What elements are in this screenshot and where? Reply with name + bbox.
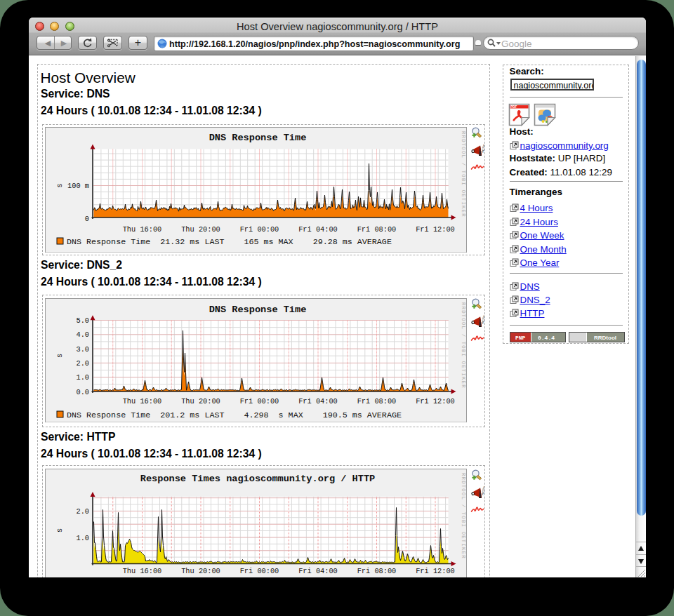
- svg-text:Thu 20:00: Thu 20:00: [181, 397, 220, 406]
- svg-text:1.0: 1.0: [76, 534, 89, 542]
- svg-text:RRDTOOL / TOBI OETIKER: RRDTOOL / TOBI OETIKER: [461, 473, 466, 559]
- svg-text:s: s: [55, 183, 64, 187]
- svg-text:Fri 12:00: Fri 12:00: [416, 567, 455, 575]
- svg-text:Fri 00:00: Fri 00:00: [239, 567, 279, 575]
- svg-text:Thu 20:00: Thu 20:00: [181, 567, 220, 575]
- svg-text:0.0: 0.0: [76, 387, 89, 396]
- svg-text:RRDtool: RRDtool: [594, 334, 616, 340]
- svg-text:ACTION: ACTION: [480, 486, 484, 495]
- svg-text:DNS Response Time: DNS Response Time: [209, 304, 306, 315]
- svg-text:2.0: 2.0: [76, 507, 89, 516]
- svg-text:Fri 00:00: Fri 00:00: [239, 225, 279, 233]
- svg-text:Fri 04:00: Fri 04:00: [298, 397, 338, 406]
- svg-text:RRDTOOL / TOBI OETIKER: RRDTOOL / TOBI OETIKER: [461, 131, 466, 217]
- svg-text:Fri 12:00: Fri 12:00: [416, 397, 455, 406]
- svg-text:Fri 04:00: Fri 04:00: [298, 567, 338, 575]
- svg-text:s: s: [55, 528, 64, 533]
- svg-text:Fri 08:00: Fri 08:00: [357, 397, 396, 406]
- svg-text:s: s: [55, 353, 64, 357]
- svg-text:ACTION: ACTION: [480, 315, 484, 324]
- svg-text:3.0: 3.0: [76, 344, 89, 353]
- svg-text:DNS Response Time 201.2 ms LA: DNS Response Time 201.2 ms LAST 4.298 s …: [67, 410, 402, 420]
- svg-text:0.4.4: 0.4.4: [538, 334, 555, 340]
- svg-text:RRDTOOL / TOBI OETIKER: RRDTOOL / TOBI OETIKER: [461, 302, 466, 389]
- svg-text:Fri 08:00: Fri 08:00: [357, 567, 396, 575]
- svg-text:PNP: PNP: [515, 334, 526, 340]
- svg-text:Thu 16:00: Thu 16:00: [122, 567, 161, 575]
- svg-text:Response Times nagioscommunity: Response Times nagioscommunity.org / HTT…: [140, 474, 374, 484]
- svg-text:Fri 12:00: Fri 12:00: [416, 225, 455, 233]
- svg-text:Fri 08:00: Fri 08:00: [357, 225, 396, 233]
- svg-text:PDF: PDF: [510, 105, 517, 109]
- svg-text:2.0: 2.0: [76, 359, 89, 367]
- svg-text:0: 0: [84, 215, 88, 223]
- svg-text:DNS Response Time 21.32 ms LA: DNS Response Time 21.32 ms LAST 165 ms M…: [67, 236, 392, 246]
- svg-text:Thu 20:00: Thu 20:00: [181, 225, 220, 233]
- svg-text:Fri 00:00: Fri 00:00: [239, 397, 279, 406]
- svg-text:1.0: 1.0: [76, 373, 89, 382]
- svg-text:Fri 04:00: Fri 04:00: [298, 225, 338, 233]
- svg-text:ACTION: ACTION: [480, 144, 484, 153]
- svg-text:5.0: 5.0: [76, 316, 89, 325]
- svg-text:Thu 16:00: Thu 16:00: [122, 225, 161, 233]
- svg-text:Thu 16:00: Thu 16:00: [122, 397, 161, 406]
- svg-text:4.0: 4.0: [76, 330, 89, 339]
- svg-text:DNS Response Time: DNS Response Time: [209, 132, 306, 142]
- svg-text:100 m: 100 m: [67, 182, 89, 190]
